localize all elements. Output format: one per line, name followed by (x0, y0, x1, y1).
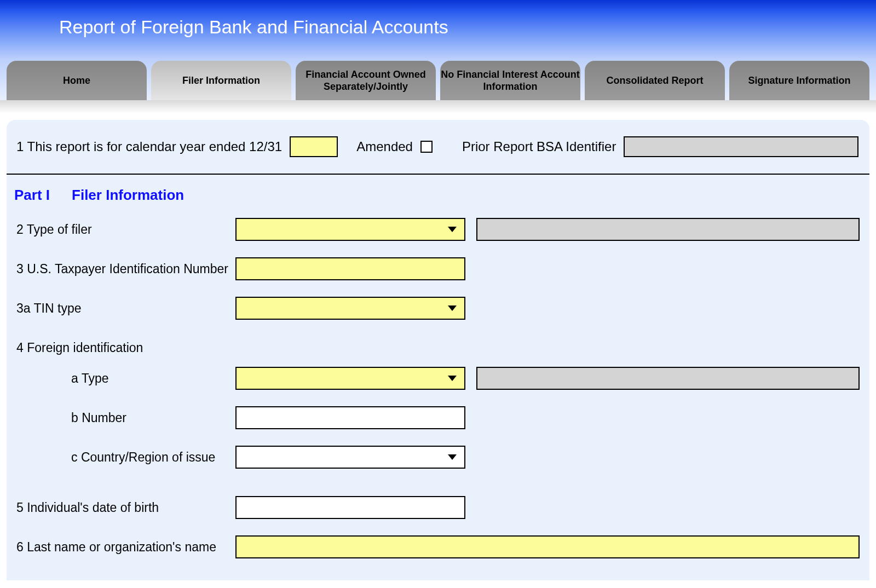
label-type-of-filer: 2 Type of filer (16, 222, 235, 237)
line-1-row: 1 This report is for calendar year ended… (7, 136, 869, 174)
foreign-id-type-dropdown[interactable] (235, 367, 465, 390)
row-foreign-id-heading: 4 Foreign identification (16, 336, 860, 359)
amended-label: Amended (356, 139, 413, 154)
label-dob: 5 Individual's date of birth (16, 500, 235, 515)
row-type-of-filer: 2 Type of filer (16, 218, 860, 241)
foreign-id-number-input[interactable] (235, 406, 465, 429)
row-tin-type: 3a TIN type (16, 297, 860, 320)
part-heading: Part IFiler Information (7, 182, 869, 218)
last-name-input[interactable] (235, 535, 860, 558)
section-divider (7, 174, 869, 175)
foreign-id-type-extra-input[interactable] (476, 367, 860, 390)
amended-checkbox[interactable] (420, 141, 433, 153)
page-title: Report of Foreign Bank and Financial Acc… (59, 16, 876, 38)
label-foreign-id: 4 Foreign identification (16, 341, 235, 355)
tab-no-financial-interest[interactable]: No Financial Interest Account Informatio… (440, 61, 580, 100)
prior-report-bsa-identifier-input[interactable] (624, 136, 858, 157)
tab-consolidated-report[interactable]: Consolidated Report (585, 61, 725, 100)
tin-input[interactable] (235, 257, 465, 280)
line-1-label: 1 This report is for calendar year ended… (16, 139, 282, 154)
row-foreign-id-number: b Number (16, 406, 860, 429)
part-number: Part I (14, 187, 50, 203)
tab-home[interactable]: Home (7, 61, 147, 100)
tab-signature-information[interactable]: Signature Information (729, 61, 869, 100)
row-last-name: 6 Last name or organization's name (16, 535, 860, 558)
header-banner: Report of Foreign Bank and Financial Acc… (0, 0, 876, 59)
dob-input[interactable] (235, 496, 465, 519)
tab-filer-information[interactable]: Filer Information (151, 61, 291, 100)
calendar-year-input[interactable] (290, 136, 338, 157)
form-panel: 1 This report is for calendar year ended… (7, 120, 869, 580)
tab-bar: Home Filer Information Financial Account… (0, 59, 876, 100)
label-tin: 3 U.S. Taxpayer Identification Number (16, 262, 235, 276)
label-last-name: 6 Last name or organization's name (16, 540, 235, 555)
part-name: Filer Information (72, 187, 184, 203)
label-foreign-id-country: c Country/Region of issue (16, 450, 235, 465)
row-tin: 3 U.S. Taxpayer Identification Number (16, 257, 860, 280)
label-foreign-id-number: b Number (16, 411, 235, 425)
label-tin-type: 3a TIN type (16, 301, 235, 316)
foreign-id-country-dropdown[interactable] (235, 446, 465, 469)
tab-financial-account-owned[interactable]: Financial Account Owned Separately/Joint… (296, 61, 436, 100)
tab-shadow (0, 100, 876, 113)
prior-report-label: Prior Report BSA Identifier (462, 139, 616, 154)
label-foreign-id-type: a Type (16, 371, 235, 386)
tin-type-dropdown[interactable] (235, 297, 465, 320)
row-foreign-id-country: c Country/Region of issue (16, 446, 860, 469)
row-foreign-id-type: a Type (16, 367, 860, 390)
type-of-filer-extra-input[interactable] (476, 218, 860, 241)
row-dob: 5 Individual's date of birth (16, 496, 860, 519)
type-of-filer-dropdown[interactable] (235, 218, 465, 241)
